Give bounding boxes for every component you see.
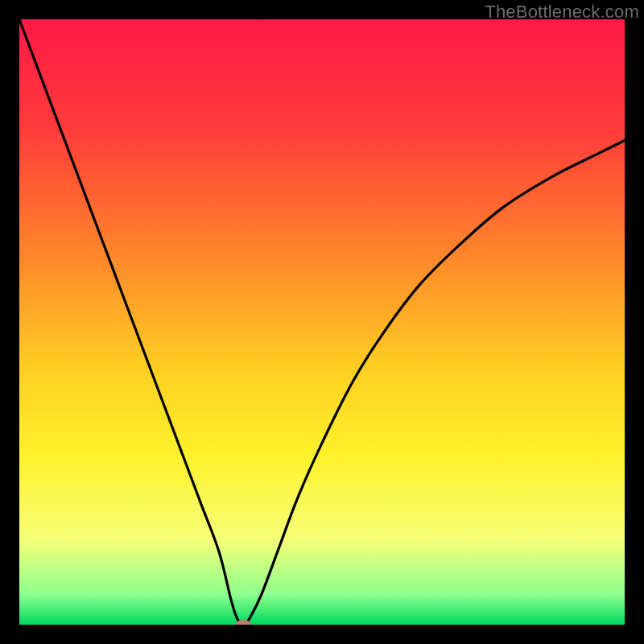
bottleneck-chart (19, 19, 625, 625)
chart-frame (19, 19, 625, 625)
gradient-background (19, 19, 625, 625)
